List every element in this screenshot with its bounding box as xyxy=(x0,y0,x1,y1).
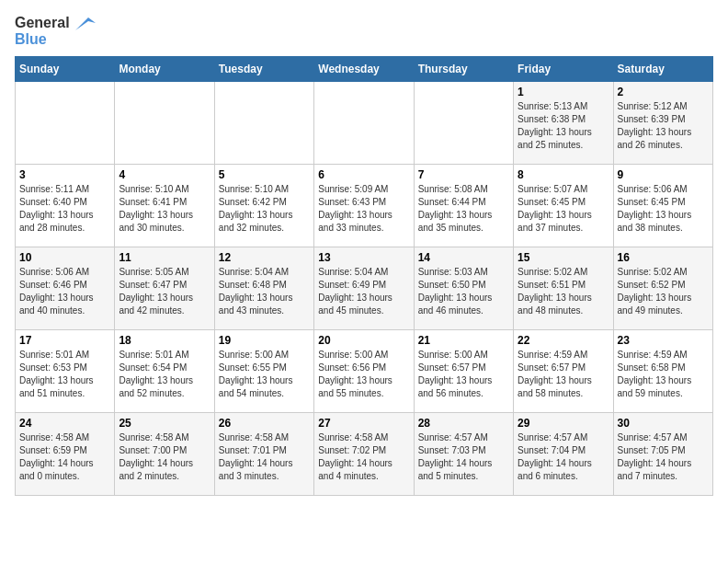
calendar-cell: 3Sunrise: 5:11 AM Sunset: 6:40 PM Daylig… xyxy=(16,165,115,247)
calendar-cell: 12Sunrise: 5:04 AM Sunset: 6:48 PM Dayli… xyxy=(214,247,313,330)
calendar-table: SundayMondayTuesdayWednesdayThursdayFrid… xyxy=(15,56,713,496)
day-info: Sunrise: 5:04 AM Sunset: 6:48 PM Dayligh… xyxy=(219,266,310,317)
day-header-tuesday: Tuesday xyxy=(214,57,313,82)
day-number: 7 xyxy=(418,168,509,181)
calendar-cell: 25Sunrise: 4:58 AM Sunset: 7:00 PM Dayli… xyxy=(115,413,214,496)
day-info: Sunrise: 5:02 AM Sunset: 6:52 PM Dayligh… xyxy=(618,266,709,317)
day-info: Sunrise: 5:06 AM Sunset: 6:45 PM Dayligh… xyxy=(618,183,709,235)
day-info: Sunrise: 5:00 AM Sunset: 6:55 PM Dayligh… xyxy=(219,349,310,400)
calendar-cell: 21Sunrise: 5:00 AM Sunset: 6:57 PM Dayli… xyxy=(414,330,513,413)
day-number: 5 xyxy=(219,168,310,181)
day-number: 21 xyxy=(418,334,509,347)
day-header-wednesday: Wednesday xyxy=(314,57,414,82)
calendar-cell: 23Sunrise: 4:59 AM Sunset: 6:58 PM Dayli… xyxy=(613,330,712,413)
day-number: 20 xyxy=(318,334,409,347)
day-info: Sunrise: 5:00 AM Sunset: 6:57 PM Dayligh… xyxy=(418,349,509,400)
day-info: Sunrise: 5:12 AM Sunset: 6:39 PM Dayligh… xyxy=(618,100,709,152)
day-info: Sunrise: 5:13 AM Sunset: 6:38 PM Dayligh… xyxy=(518,100,609,152)
day-info: Sunrise: 4:59 AM Sunset: 6:57 PM Dayligh… xyxy=(518,349,609,400)
day-info: Sunrise: 4:58 AM Sunset: 7:01 PM Dayligh… xyxy=(219,431,310,483)
logo-general: General xyxy=(15,15,96,31)
logo-blue: Blue xyxy=(15,31,96,48)
day-number: 24 xyxy=(19,417,110,430)
day-number: 6 xyxy=(318,168,409,181)
day-number: 18 xyxy=(119,334,210,347)
calendar-cell: 9Sunrise: 5:06 AM Sunset: 6:45 PM Daylig… xyxy=(613,165,712,247)
day-number: 25 xyxy=(119,417,210,430)
day-number: 9 xyxy=(618,168,709,181)
day-number: 19 xyxy=(219,334,310,347)
day-info: Sunrise: 5:03 AM Sunset: 6:50 PM Dayligh… xyxy=(418,266,509,317)
calendar-cell: 19Sunrise: 5:00 AM Sunset: 6:55 PM Dayli… xyxy=(214,330,313,413)
calendar-cell: 28Sunrise: 4:57 AM Sunset: 7:03 PM Dayli… xyxy=(414,413,513,496)
day-info: Sunrise: 4:57 AM Sunset: 7:04 PM Dayligh… xyxy=(518,431,609,483)
day-number: 10 xyxy=(19,251,110,264)
calendar-cell: 7Sunrise: 5:08 AM Sunset: 6:44 PM Daylig… xyxy=(414,165,513,247)
day-number: 4 xyxy=(119,168,210,181)
day-info: Sunrise: 4:58 AM Sunset: 7:02 PM Dayligh… xyxy=(318,431,409,483)
calendar-cell: 11Sunrise: 5:05 AM Sunset: 6:47 PM Dayli… xyxy=(115,247,214,330)
calendar-cell: 14Sunrise: 5:03 AM Sunset: 6:50 PM Dayli… xyxy=(414,247,513,330)
calendar-cell: 26Sunrise: 4:58 AM Sunset: 7:01 PM Dayli… xyxy=(214,413,313,496)
calendar-cell: 20Sunrise: 5:00 AM Sunset: 6:56 PM Dayli… xyxy=(314,330,414,413)
day-info: Sunrise: 5:00 AM Sunset: 6:56 PM Dayligh… xyxy=(318,349,409,400)
svg-marker-0 xyxy=(75,17,96,30)
calendar-cell: 5Sunrise: 5:10 AM Sunset: 6:42 PM Daylig… xyxy=(214,165,313,247)
calendar-cell: 13Sunrise: 5:04 AM Sunset: 6:49 PM Dayli… xyxy=(314,247,414,330)
day-number: 30 xyxy=(618,417,709,430)
day-info: Sunrise: 5:07 AM Sunset: 6:45 PM Dayligh… xyxy=(518,183,609,235)
calendar-cell: 27Sunrise: 4:58 AM Sunset: 7:02 PM Dayli… xyxy=(314,413,414,496)
day-number: 23 xyxy=(618,334,709,347)
day-info: Sunrise: 5:10 AM Sunset: 6:42 PM Dayligh… xyxy=(219,183,310,235)
page-header: General Blue xyxy=(15,15,713,47)
logo-bird-icon xyxy=(75,17,96,30)
calendar-cell: 18Sunrise: 5:01 AM Sunset: 6:54 PM Dayli… xyxy=(115,330,214,413)
day-header-saturday: Saturday xyxy=(613,57,712,82)
day-number: 26 xyxy=(219,417,310,430)
day-number: 1 xyxy=(518,86,609,98)
day-info: Sunrise: 4:57 AM Sunset: 7:03 PM Dayligh… xyxy=(418,431,509,483)
calendar-header-row: SundayMondayTuesdayWednesdayThursdayFrid… xyxy=(16,57,713,82)
day-info: Sunrise: 4:58 AM Sunset: 6:59 PM Dayligh… xyxy=(19,431,110,483)
day-info: Sunrise: 5:05 AM Sunset: 6:47 PM Dayligh… xyxy=(119,266,210,317)
day-number: 16 xyxy=(618,251,709,264)
calendar-cell: 15Sunrise: 5:02 AM Sunset: 6:51 PM Dayli… xyxy=(514,247,613,330)
day-info: Sunrise: 5:10 AM Sunset: 6:41 PM Dayligh… xyxy=(119,183,210,235)
calendar-cell xyxy=(414,82,513,165)
calendar-cell: 29Sunrise: 4:57 AM Sunset: 7:04 PM Dayli… xyxy=(514,413,613,496)
day-header-thursday: Thursday xyxy=(414,57,513,82)
calendar-cell: 22Sunrise: 4:59 AM Sunset: 6:57 PM Dayli… xyxy=(514,330,613,413)
day-info: Sunrise: 5:08 AM Sunset: 6:44 PM Dayligh… xyxy=(418,183,509,235)
calendar-week-2: 10Sunrise: 5:06 AM Sunset: 6:46 PM Dayli… xyxy=(16,247,713,330)
calendar-cell: 24Sunrise: 4:58 AM Sunset: 6:59 PM Dayli… xyxy=(16,413,115,496)
day-info: Sunrise: 4:59 AM Sunset: 6:58 PM Dayligh… xyxy=(618,349,709,400)
calendar-cell xyxy=(214,82,313,165)
day-number: 11 xyxy=(119,251,210,264)
day-info: Sunrise: 5:04 AM Sunset: 6:49 PM Dayligh… xyxy=(318,266,409,317)
logo: General Blue xyxy=(15,15,96,47)
day-info: Sunrise: 4:58 AM Sunset: 7:00 PM Dayligh… xyxy=(119,431,210,483)
day-header-sunday: Sunday xyxy=(16,57,115,82)
day-number: 13 xyxy=(318,251,409,264)
day-header-friday: Friday xyxy=(514,57,613,82)
calendar-cell: 17Sunrise: 5:01 AM Sunset: 6:53 PM Dayli… xyxy=(16,330,115,413)
calendar-cell: 30Sunrise: 4:57 AM Sunset: 7:05 PM Dayli… xyxy=(613,413,712,496)
calendar-cell xyxy=(115,82,214,165)
calendar-cell: 4Sunrise: 5:10 AM Sunset: 6:41 PM Daylig… xyxy=(115,165,214,247)
day-number: 3 xyxy=(19,168,110,181)
day-number: 14 xyxy=(418,251,509,264)
day-info: Sunrise: 5:01 AM Sunset: 6:54 PM Dayligh… xyxy=(119,349,210,400)
day-header-monday: Monday xyxy=(115,57,214,82)
calendar-cell xyxy=(16,82,115,165)
day-number: 15 xyxy=(518,251,609,264)
calendar-cell xyxy=(314,82,414,165)
day-number: 8 xyxy=(518,168,609,181)
day-number: 27 xyxy=(318,417,409,430)
calendar-week-4: 24Sunrise: 4:58 AM Sunset: 6:59 PM Dayli… xyxy=(16,413,713,496)
calendar-week-1: 3Sunrise: 5:11 AM Sunset: 6:40 PM Daylig… xyxy=(16,165,713,247)
calendar-cell: 10Sunrise: 5:06 AM Sunset: 6:46 PM Dayli… xyxy=(16,247,115,330)
day-number: 29 xyxy=(518,417,609,430)
calendar-week-0: 1Sunrise: 5:13 AM Sunset: 6:38 PM Daylig… xyxy=(16,82,713,165)
calendar-week-3: 17Sunrise: 5:01 AM Sunset: 6:53 PM Dayli… xyxy=(16,330,713,413)
day-info: Sunrise: 5:06 AM Sunset: 6:46 PM Dayligh… xyxy=(19,266,110,317)
